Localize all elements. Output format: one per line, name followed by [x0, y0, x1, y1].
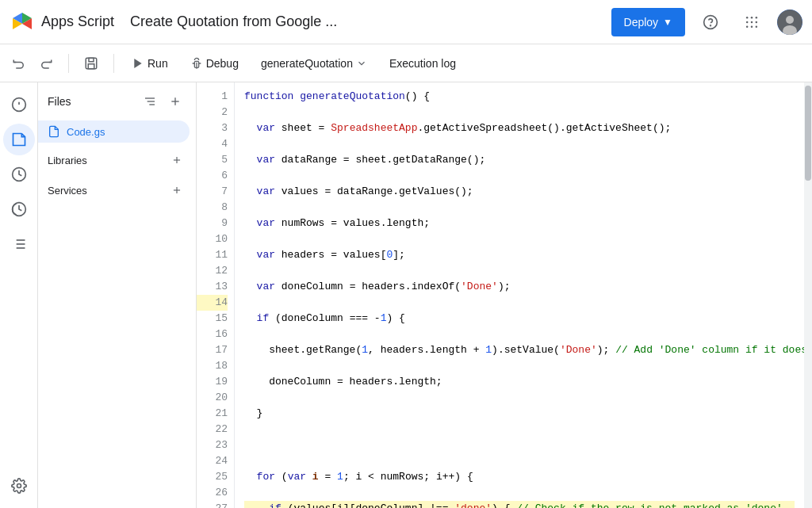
line-num-7: 7: [197, 184, 228, 200]
icon-rail: [0, 82, 38, 508]
file-code-icon: [48, 125, 60, 138]
editor-area: 1 2 3 4 5 6 7 8 9 10 11 12 13 14 15 16 1…: [197, 82, 812, 508]
svg-point-5: [751, 16, 753, 18]
add-service-icon: [171, 185, 182, 196]
settings-icon: [11, 478, 27, 494]
svg-point-9: [756, 21, 758, 23]
run-button[interactable]: Run: [124, 54, 176, 73]
apps-script-logo: [10, 10, 35, 35]
svg-point-11: [751, 25, 753, 28]
line-num-20: 20: [197, 390, 228, 406]
line-num-8: 8: [197, 200, 228, 216]
line-num-18: 18: [197, 358, 228, 374]
sort-icon: [144, 95, 156, 108]
services-label: Services: [48, 185, 87, 197]
sort-files-button[interactable]: [139, 90, 161, 113]
run-label: Run: [147, 57, 168, 70]
add-service-button[interactable]: [167, 181, 186, 200]
runs-icon: [11, 236, 27, 252]
run-icon: [132, 57, 144, 70]
line-num-22: 22: [197, 422, 228, 437]
line-num-19: 19: [197, 374, 228, 390]
triggers-icon: [11, 201, 27, 217]
code-gs-file[interactable]: Code.gs: [38, 120, 190, 143]
redo-button[interactable]: [33, 51, 59, 76]
code-editor[interactable]: function generateQuotation() { var sheet…: [235, 82, 804, 508]
line-num-5: 5: [197, 152, 228, 168]
add-library-button[interactable]: [167, 151, 186, 170]
exec-log-label: Execution log: [389, 57, 456, 70]
history-button[interactable]: [3, 159, 35, 190]
debug-icon: [190, 57, 203, 70]
triggers-button[interactable]: [3, 193, 35, 225]
history-icon: [11, 166, 27, 182]
settings-button[interactable]: [3, 470, 35, 502]
svg-point-4: [746, 16, 749, 18]
undo-button[interactable]: [6, 51, 32, 76]
svg-point-10: [746, 25, 749, 28]
scrollbar-track[interactable]: [804, 82, 812, 508]
line-num-12: 12: [197, 263, 228, 279]
app-title: Apps Script: [41, 13, 114, 30]
sidebar-actions: [139, 90, 186, 113]
svg-marker-19: [134, 59, 141, 68]
avatar-image: [777, 10, 802, 35]
execution-log-button[interactable]: Execution log: [381, 54, 464, 73]
line-num-15: 15: [197, 311, 228, 327]
debug-label: Debug: [206, 57, 239, 70]
svg-point-6: [756, 16, 758, 18]
line-num-21: 21: [197, 406, 228, 422]
libraries-label: Libraries: [48, 155, 87, 166]
project-title: Create Quotation from Google ...: [130, 13, 337, 30]
divider-1: [68, 54, 69, 73]
debug-button[interactable]: Debug: [182, 54, 247, 73]
svg-rect-18: [88, 63, 94, 68]
line-num-3: 3: [197, 120, 228, 136]
overview-icon: [11, 97, 27, 113]
svg-rect-17: [89, 58, 94, 62]
line-num-2: 2: [197, 105, 228, 120]
line-num-11: 11: [197, 247, 228, 263]
services-section: Services: [38, 173, 196, 203]
add-library-icon: [171, 155, 182, 166]
add-file-button[interactable]: [164, 90, 186, 113]
undo-icon: [12, 56, 26, 71]
undo-redo-section: [6, 51, 59, 76]
line-num-27: 27: [197, 501, 228, 508]
line-num-26: 26: [197, 485, 228, 501]
runs-button[interactable]: [3, 228, 35, 260]
line-num-10: 10: [197, 231, 228, 247]
help-button[interactable]: [695, 6, 726, 38]
line-num-9: 9: [197, 216, 228, 231]
line-num-4: 4: [197, 136, 228, 152]
line-numbers: 1 2 3 4 5 6 7 8 9 10 11 12 13 14 15 16 1…: [197, 82, 235, 508]
files-button[interactable]: [3, 124, 35, 155]
line-num-6: 6: [197, 168, 228, 184]
topbar: Apps Script Create Quotation from Google…: [0, 0, 812, 44]
deploy-button[interactable]: Deploy ▼: [611, 8, 685, 36]
sidebar-header: Files: [38, 82, 196, 120]
svg-point-3: [710, 25, 711, 25]
add-file-icon: [169, 95, 182, 108]
line-num-16: 16: [197, 327, 228, 342]
overview-button[interactable]: [3, 89, 35, 120]
libraries-section: Libraries: [38, 143, 196, 173]
line-num-25: 25: [197, 469, 228, 485]
line-num-1: 1: [197, 89, 228, 105]
function-selector[interactable]: generateQuotation: [253, 54, 375, 73]
grid-icon: [744, 14, 760, 30]
function-chevron-icon: [356, 58, 367, 69]
sidebar: Files: [38, 82, 197, 508]
user-avatar[interactable]: [777, 10, 802, 35]
deploy-chevron-icon: ▼: [663, 17, 672, 28]
logo-area: Apps Script: [10, 10, 114, 35]
save-button[interactable]: [79, 51, 104, 76]
code-gs-label: Code.gs: [67, 126, 105, 138]
line-num-17: 17: [197, 342, 228, 358]
line-num-23: 23: [197, 437, 228, 453]
line-num-14: 14: [197, 295, 228, 311]
save-icon: [84, 56, 98, 71]
sidebar-files-label: Files: [48, 95, 71, 108]
grid-button[interactable]: [736, 6, 768, 38]
scrollbar-thumb[interactable]: [805, 86, 811, 181]
